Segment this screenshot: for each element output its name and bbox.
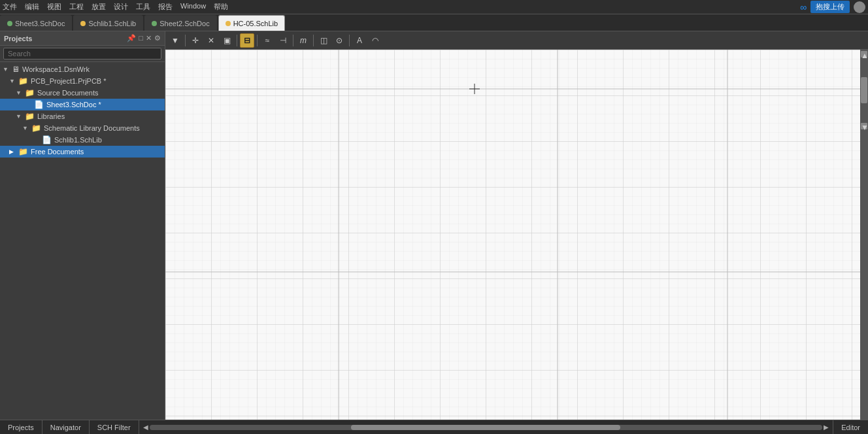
panel-header-icons: 📌 □ ✕ ⚙ [127, 34, 161, 42]
close-icon[interactable]: ✕ [146, 34, 152, 42]
left-panel: Projects 📌 □ ✕ ⚙ ▼ 🖥 Workspace1.DsnWrk ▼… [0, 31, 165, 420]
filter-button[interactable]: ▼ [168, 33, 182, 48]
tree-item-free-docs[interactable]: ▶ 📁 Free Documents [0, 146, 165, 158]
workspace-arrow: ▼ [3, 66, 9, 73]
tab-label-sheet2: Sheet2.SchDoc [159, 20, 209, 27]
bus-button[interactable]: ≈ [260, 33, 275, 48]
bottom-tab-projects[interactable]: Projects [0, 420, 42, 434]
v-scroll-up[interactable]: ▲ [861, 51, 867, 58]
editor-label: Editor [833, 420, 868, 434]
menu-file[interactable]: 文件 [3, 2, 17, 12]
tab-bar: Sheet3.SchDoc Schlib1.SchLib Sheet2.SchD… [0, 14, 868, 31]
grid-svg [165, 50, 860, 420]
tab-dot-schlib1 [80, 21, 86, 26]
workspace-icon: 🖥 [12, 65, 20, 74]
free-docs-arrow: ▶ [9, 148, 16, 155]
search-bar [0, 46, 165, 62]
libraries-arrow: ▼ [16, 113, 22, 120]
v-scroll-down[interactable]: ▼ [861, 123, 867, 129]
remove-button[interactable]: ✕ [204, 33, 218, 48]
net-button[interactable]: ⊣ [276, 33, 290, 48]
menu-tools[interactable]: 工具 [136, 2, 150, 12]
menu-design[interactable]: 设计 [114, 2, 128, 12]
bottom-tab-navigator[interactable]: Navigator [42, 420, 90, 434]
menu-items[interactable]: 文件 编辑 视图 工程 放置 设计 工具 报告 Window 帮助 [3, 2, 228, 12]
component-button[interactable]: ▣ [220, 33, 234, 48]
probe-button[interactable]: ⊙ [332, 33, 346, 48]
upload-button[interactable]: 抱搜上传 [810, 1, 850, 13]
h-scrollbar-container: ◀ ▶ [139, 420, 833, 434]
sheet3-icon: 📄 [34, 100, 44, 109]
menu-window[interactable]: Window [180, 2, 206, 12]
h-scroll-right[interactable]: ▶ [822, 424, 830, 431]
tree-item-schlib-docs[interactable]: ▼ 📁 Schematic Library Documents [0, 122, 165, 134]
cursor-indicator [469, 84, 480, 94]
avatar[interactable] [854, 1, 865, 13]
separator-1 [185, 35, 186, 46]
add-button[interactable]: ✛ [188, 33, 203, 48]
no-erc-button[interactable]: ◫ [316, 33, 331, 48]
menu-help[interactable]: 帮助 [214, 2, 228, 12]
bottom-tab-sch-filter[interactable]: SCH Filter [90, 420, 139, 434]
tab-sheet2[interactable]: Sheet2.SchDoc [144, 15, 216, 31]
h-scroll-thumb[interactable] [351, 425, 620, 430]
tree-item-libraries[interactable]: ▼ 📁 Libraries [0, 110, 165, 122]
gear-icon[interactable]: ⚙ [154, 34, 161, 42]
schematic-canvas[interactable] [165, 50, 860, 420]
bottom-area: Projects Navigator SCH Filter ◀ ▶ Editor [0, 420, 868, 434]
search-input[interactable] [3, 48, 161, 59]
separator-4 [293, 35, 293, 46]
tab-sheet3[interactable]: Sheet3.SchDoc [0, 15, 72, 31]
v-scroll-thumb[interactable] [861, 77, 867, 103]
tab-dot-sheet2 [152, 21, 157, 26]
source-docs-arrow: ▼ [16, 90, 22, 96]
expand-icon[interactable]: □ [139, 34, 143, 42]
schlib-docs-arrow: ▼ [22, 125, 29, 131]
pcb-project-icon: 📁 [18, 76, 28, 86]
separator-6 [349, 35, 350, 46]
menu-reports[interactable]: 报告 [158, 2, 173, 12]
separator-5 [313, 35, 314, 46]
schlib1-icon: 📄 [42, 135, 52, 144]
tab-hc05[interactable]: HC-05.SchLib [218, 15, 285, 31]
tree-item-sheet3[interactable]: 📄 Sheet3.SchDoc * [0, 99, 165, 110]
tab-label-sheet3: Sheet3.SchDoc [15, 20, 65, 27]
bottom-tabs: Projects Navigator SCH Filter [0, 420, 139, 434]
h-scroll-left[interactable]: ◀ [142, 424, 150, 431]
workspace-label: Workspace1.DsnWrk [22, 65, 90, 73]
tab-dot-sheet3 [7, 21, 12, 26]
separator-2 [237, 35, 237, 46]
main-layout: Projects 📌 □ ✕ ⚙ ▼ 🖥 Workspace1.DsnWrk ▼… [0, 31, 868, 420]
horizontal-scrollbar[interactable] [150, 425, 823, 430]
power-button[interactable]: m [296, 33, 310, 48]
pin-icon[interactable]: 📌 [127, 34, 136, 42]
free-docs-label: Free Documents [31, 148, 84, 156]
schlib1-label: Schlib1.SchLib [54, 136, 102, 144]
tree-item-pcb-project[interactable]: ▼ 📁 PCB_Project1.PrjPCB * [0, 75, 165, 87]
menu-project[interactable]: 工程 [69, 2, 84, 12]
libraries-label: Libraries [37, 112, 65, 120]
source-docs-label: Source Documents [37, 89, 99, 97]
canvas-area: ▼ ✛ ✕ ▣ ⊟ ≈ ⊣ m ◫ ⊙ A ◠ [165, 31, 868, 420]
separator-3 [257, 35, 258, 46]
top-bar-right: ∞ 抱搜上传 [800, 1, 865, 13]
vertical-scrollbar[interactable]: ▲ ▼ [860, 50, 868, 420]
arc-button[interactable]: ◠ [368, 33, 382, 48]
tree-item-workspace[interactable]: ▼ 🖥 Workspace1.DsnWrk [0, 63, 165, 75]
menu-view[interactable]: 视图 [47, 2, 61, 12]
tree-view: ▼ 🖥 Workspace1.DsnWrk ▼ 📁 PCB_Project1.P… [0, 62, 165, 420]
wire-button[interactable]: ⊟ [240, 33, 254, 48]
canvas-row: ▲ ▼ [165, 50, 868, 420]
pcb-project-label: PCB_Project1.PrjPCB * [31, 77, 107, 85]
tree-item-schlib1[interactable]: 📄 Schlib1.SchLib [0, 134, 165, 146]
menu-place[interactable]: 放置 [92, 2, 106, 12]
schlib-docs-label: Schematic Library Documents [44, 124, 140, 132]
top-menu-bar: 文件 编辑 视图 工程 放置 设计 工具 报告 Window 帮助 ∞ 抱搜上传 [0, 0, 868, 14]
tab-schlib1[interactable]: Schlib1.SchLib [73, 15, 143, 31]
tree-item-source-docs[interactable]: ▼ 📁 Source Documents [0, 87, 165, 99]
toolbar: ▼ ✛ ✕ ▣ ⊟ ≈ ⊣ m ◫ ⊙ A ◠ [165, 31, 868, 50]
panel-header: Projects 📌 □ ✕ ⚙ [0, 31, 165, 46]
schlib-docs-icon: 📁 [31, 124, 41, 133]
text-button[interactable]: A [352, 33, 367, 48]
menu-edit[interactable]: 编辑 [25, 2, 39, 12]
